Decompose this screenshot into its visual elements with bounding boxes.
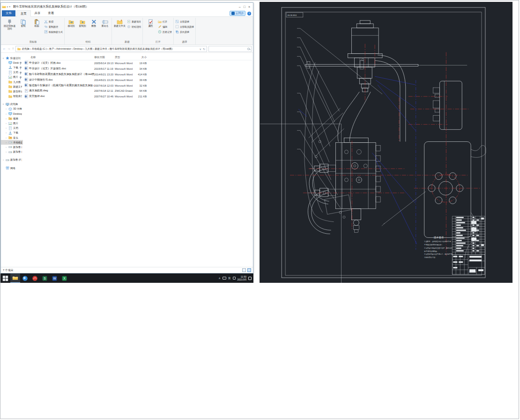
ribbon-button-edit[interactable]: 编辑	[158, 24, 172, 29]
sidebar-item-图片[interactable]: ›图片	[1, 121, 23, 125]
column-header-type[interactable]: 类型	[115, 56, 133, 59]
tab-file[interactable]: 文件	[2, 10, 15, 16]
taskbar-app-explorer[interactable]	[10, 273, 20, 283]
tree-expander-icon[interactable]: ›	[5, 108, 7, 110]
taskbar-app-office-blue[interactable]: W	[50, 273, 59, 283]
ribbon-button-properties[interactable]: 属性	[144, 18, 157, 28]
qat-customize-icon[interactable]: ▾	[9, 5, 11, 8]
up-button[interactable]: ↑	[12, 47, 14, 51]
notification-center-icon[interactable]	[248, 277, 252, 280]
ribbon-button-moveto[interactable]: 移动到	[66, 18, 76, 28]
breadcrumb[interactable]: 此电脑 › 本地磁盘 (C:) › 用户 › Administrator › D…	[15, 46, 207, 52]
minimize-button[interactable]: –	[239, 5, 241, 8]
sidebar-item-新加卷 (D:)[interactable]: ›新加卷 (D:)	[1, 145, 23, 149]
start-button[interactable]	[0, 273, 10, 283]
column-header-name[interactable]: 名称	[25, 56, 94, 59]
tree-expander-icon[interactable]: ∨	[2, 57, 5, 59]
tab-share[interactable]: 共享	[31, 10, 45, 16]
sidebar-item-文档[interactable]: 文档	[1, 70, 23, 75]
tab-view[interactable]: 查看	[44, 10, 58, 16]
tree-expander-icon[interactable]: ∨	[2, 103, 5, 105]
tree-expander-icon[interactable]: ›	[2, 159, 5, 161]
ribbon-button-rename[interactable]: 重命名	[100, 18, 110, 28]
ribbon-button-copyto[interactable]: 复制到	[77, 18, 88, 28]
column-header-size[interactable]: 大小	[133, 56, 147, 59]
ribbon-button-paste[interactable]: 粘贴	[30, 18, 43, 28]
tree-expander-icon[interactable]: ›	[5, 141, 7, 144]
sidebar-item-九月图[interactable]: 九月图	[1, 80, 23, 84]
sidebar-item-下载[interactable]: ›下载	[1, 131, 23, 135]
cloud-sync-badge[interactable]: 云同步	[230, 11, 245, 16]
file-row[interactable]: W毕业设计（论文）封面.doc2005/6/14 19:13Microsoft …	[25, 60, 252, 66]
ribbon-button-shortcut[interactable]: 粘贴快捷方式	[44, 29, 63, 34]
ribbon-button-cut[interactable]: 剪切	[44, 19, 63, 24]
tree-expander-icon[interactable]: ›	[5, 146, 7, 148]
ribbon-button-easyaccess[interactable]: 轻松访问	[127, 24, 141, 29]
tab-home[interactable]: 主页	[16, 10, 31, 17]
file-row[interactable]: W设计中期报告书.doc2014/6/21 13:29Microsoft Wor…	[25, 77, 252, 83]
ribbon-button-selectall[interactable]: 全部选择	[175, 19, 194, 24]
sidebar-item-图片[interactable]: 图片	[1, 75, 23, 80]
tree-expander-icon[interactable]: ›	[5, 122, 7, 125]
tree-expander-icon[interactable]: ›	[5, 132, 7, 134]
sidebar-item-3D 对象[interactable]: ›3D 对象	[1, 107, 23, 111]
thumbnail-view-icon[interactable]	[247, 268, 251, 272]
details-view-icon[interactable]	[242, 268, 246, 272]
file-row[interactable]: W翻斗车研制改装置的液压系统及操纵系统设计（有cad图）.doc2014/6/2…	[25, 72, 252, 77]
tree-expander-icon[interactable]: ›	[5, 151, 7, 153]
taskbar-app-office-green2[interactable]: X	[59, 273, 69, 283]
back-button[interactable]: ←	[2, 47, 6, 51]
sidebar-item-新加卷 (F:)[interactable]: ›新加卷 (F:)	[1, 158, 23, 162]
sidebar-item-文档[interactable]: ›文档	[1, 126, 23, 131]
ribbon-button-newfolder[interactable]: 新建文件夹	[113, 18, 126, 28]
file-row[interactable]: W输送翻斗车辆设计（机械式翻斗装置的液压系统及操纵.doc2007/6/18 1…	[25, 83, 252, 88]
sidebar-item-快速访问[interactable]: ∨快速访问	[1, 56, 23, 60]
column-header-date[interactable]: 修改日期	[94, 56, 115, 59]
quick-access-toolbar[interactable]: ▸ ▾	[2, 5, 10, 9]
ribbon-button-invert[interactable]: 反向选择	[175, 29, 194, 34]
tray-app-icon[interactable]	[233, 277, 236, 280]
file-row[interactable]: 液压系统图.dwg2007/6/18 12:11ZWCAD Drawing94 …	[25, 88, 252, 94]
sidebar-item-下载[interactable]: 下载	[1, 65, 23, 70]
clock[interactable]: 11:50 2021/3/5	[238, 275, 246, 281]
ribbon-button-copy[interactable]: 复制	[17, 18, 30, 28]
breadcrumb-dropdown-icon[interactable]: ∨	[200, 47, 201, 51]
qat-check-icon[interactable]: ▸	[7, 5, 8, 8]
taskbar-app-media-red[interactable]	[30, 273, 40, 283]
tree-expander-icon[interactable]: ›	[5, 127, 7, 129]
sidebar-item-Desktop[interactable]: ›Desktop	[1, 111, 23, 116]
forward-button[interactable]: →	[7, 47, 11, 51]
ime-indicator[interactable]: 英	[228, 276, 231, 280]
sidebar-item-本地磁盘 (C:)[interactable]: ›本地磁盘 (C:)	[1, 140, 23, 145]
sidebar-item-新加卷 (E:)[interactable]: ›新加卷 (E:)	[1, 150, 23, 155]
sidebar-item-智能液压设计资料[interactable]: 智能液压设计资料	[1, 94, 23, 99]
sidebar-item-视频[interactable]: ›视频	[1, 116, 23, 121]
tree-expander-icon[interactable]: ›	[5, 118, 7, 120]
ribbon-button-open[interactable]: 打开	[158, 19, 172, 24]
ribbon-button-delete[interactable]: 删除	[89, 18, 99, 28]
taskbar-app-office-green[interactable]: S	[40, 273, 50, 283]
ribbon-button-pin[interactable]: 固定到快速访问	[3, 18, 16, 30]
taskbar-app-browser[interactable]	[20, 273, 30, 283]
ribbon-button-history[interactable]: 历史记录	[158, 29, 172, 34]
touch-keyboard-icon[interactable]	[223, 277, 226, 280]
tree-expander-icon[interactable]: ›	[5, 137, 7, 139]
help-icon[interactable]: ?	[247, 12, 251, 15]
ribbon-button-newitem[interactable]: 新建项目	[127, 19, 141, 24]
sidebar-item-Desktop[interactable]: Desktop	[1, 60, 23, 65]
sidebar-item-新型柴油机资料[interactable]: 新型柴油机资料	[1, 89, 23, 94]
file-row[interactable]: W英文翻译.doc2007/6/27 10:46Microsoft Word .…	[25, 94, 252, 99]
file-row[interactable]: W毕业设计（论文）开题报告.doc2015/5/17 11:19Microsof…	[25, 66, 252, 72]
close-button[interactable]: ×	[248, 5, 250, 8]
maximize-button[interactable]: □	[244, 5, 245, 8]
sidebar-item-此电脑[interactable]: ∨此电脑	[1, 102, 23, 107]
hidden-icons-chevron[interactable]: ∧	[218, 277, 220, 280]
sidebar-item-网络[interactable]: 网络	[1, 166, 23, 170]
ribbon-button-path[interactable]: 复制路径	[44, 24, 63, 29]
ribbon-button-selectnone[interactable]: 全部取消选择	[175, 24, 194, 29]
refresh-icon[interactable]: ↻	[203, 47, 205, 51]
search-input[interactable]	[208, 46, 252, 52]
sidebar-item-音乐[interactable]: ›音乐	[1, 135, 23, 140]
sidebar-item-新建文件夹[interactable]: 新建文件夹	[1, 84, 23, 89]
tree-expander-icon[interactable]: ›	[5, 113, 7, 115]
